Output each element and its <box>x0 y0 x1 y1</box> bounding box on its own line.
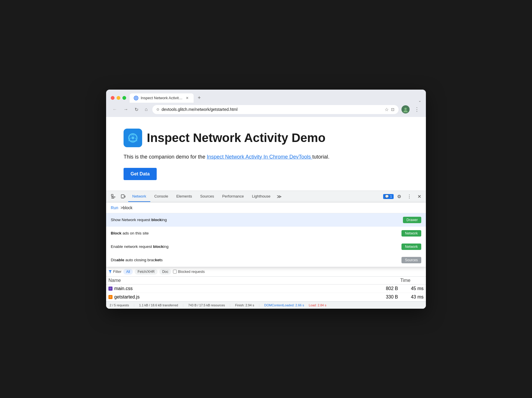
command-input[interactable] <box>121 205 421 210</box>
svg-point-7 <box>131 136 134 139</box>
active-tab[interactable]: Inspect Network Activity Dem ✕ <box>130 93 194 103</box>
tabs-area: Inspect Network Activity Dem ✕ + ⌄ <box>130 93 421 103</box>
command-result-4[interactable]: Disable auto closing brackets Sources <box>106 253 426 267</box>
transferred-size: 1.1 kB / 18.6 kB transferred <box>139 303 178 307</box>
network-table: Name Time ☑ main.css 802 B 45 ms ⊡ getst… <box>106 277 426 301</box>
command-result-2[interactable]: Block ads on this site Network <box>106 227 426 240</box>
traffic-lights <box>111 96 126 100</box>
tabs-chevron-icon: ⌄ <box>418 99 421 103</box>
blocked-requests-checkbox[interactable] <box>173 270 177 273</box>
close-button[interactable] <box>111 96 115 100</box>
network-filter-bar: Filter All Fetch/XHR Doc Blocked request… <box>106 267 426 277</box>
tab-lighthouse[interactable]: Lighthouse <box>248 191 275 202</box>
chrome-logo-icon <box>124 129 142 147</box>
command-result-2-badge: Network <box>401 230 421 237</box>
command-result-4-badge: Sources <box>401 257 421 263</box>
svg-rect-10 <box>111 198 114 198</box>
command-palette: Run Show Network request blocking Drawer… <box>106 202 426 267</box>
svg-point-3 <box>404 110 408 112</box>
network-table-header: Name Time <box>106 277 426 285</box>
address-bar-area: ← → ↻ ⌂ ⊙ devtools.glitch.me/network/get… <box>106 103 426 117</box>
command-result-3[interactable]: Enable network request blocking Network <box>106 240 426 253</box>
svg-rect-9 <box>111 197 115 197</box>
chrome-menu-button[interactable]: ⋮ <box>413 105 421 114</box>
command-result-4-text: Disable auto closing brackets <box>111 258 398 262</box>
back-button[interactable]: ← <box>111 106 119 113</box>
load-time: Load: 2.84 s <box>309 303 326 307</box>
bookmark-icon[interactable]: ☆ <box>385 107 389 112</box>
command-result-2-text: Block ads on this site <box>111 231 398 235</box>
page-header: Inspect Network Activity Demo <box>124 129 408 147</box>
command-result-1-text: Show Network request blocking <box>111 218 399 222</box>
forward-button[interactable]: → <box>122 106 130 113</box>
url-text: devtools.glitch.me/network/getstarted.ht… <box>162 107 382 112</box>
title-bar: Inspect Network Activity Dem ✕ + ⌄ <box>106 90 426 103</box>
js-file-icon: ⊡ <box>108 295 113 299</box>
command-result-3-text: Enable network request blocking <box>111 244 398 249</box>
refresh-button[interactable]: ↻ <box>133 106 140 113</box>
blocked-requests-label[interactable]: Blocked requests <box>173 270 205 274</box>
maximize-button[interactable] <box>122 96 126 100</box>
file-name-css: ☑ main.css <box>108 286 377 291</box>
profile-button[interactable] <box>401 105 410 113</box>
command-result-3-badge: Network <box>401 244 421 250</box>
svg-rect-8 <box>111 194 113 196</box>
devtools-tab-bar: Network Console Elements Sources Perform… <box>106 191 426 202</box>
run-label: Run <box>111 205 118 210</box>
requests-count: 2 / 5 requests <box>110 303 129 307</box>
command-result-1[interactable]: Show Network request blocking Drawer <box>106 213 426 227</box>
status-bar: 2 / 5 requests | 1.1 kB / 18.6 kB transf… <box>106 301 426 309</box>
file-name-js: ⊡ getstarted.js <box>108 294 377 300</box>
tab-network[interactable]: Network <box>128 191 150 202</box>
filter-all-chip[interactable]: All <box>123 269 133 275</box>
get-data-button[interactable]: Get Data <box>124 168 157 180</box>
extensions-icon[interactable]: ⊡ <box>391 107 394 112</box>
table-row[interactable]: ⊡ getstarted.js 330 B 43 ms <box>106 293 426 301</box>
device-toolbar-button[interactable] <box>118 191 128 202</box>
tab-console[interactable]: Console <box>150 191 172 202</box>
devtools-menu-button[interactable]: ⋮ <box>405 191 414 202</box>
svg-marker-14 <box>109 270 112 273</box>
css-file-icon: ☑ <box>108 287 113 291</box>
svg-rect-12 <box>125 196 125 198</box>
filter-funnel-icon <box>108 270 112 273</box>
tab-elements[interactable]: Elements <box>172 191 196 202</box>
network-toolbar: Run Show Network request blocking Drawer… <box>106 202 426 215</box>
chat-icon: 💬 <box>385 195 389 198</box>
devtools-panel: Network Console Elements Sources Perform… <box>106 191 426 309</box>
browser-window: Inspect Network Activity Dem ✕ + ⌄ ← → ↻… <box>106 90 426 309</box>
svg-point-2 <box>404 108 407 110</box>
tab-sources[interactable]: Sources <box>196 191 218 202</box>
page-title: Inspect Network Activity Demo <box>147 131 326 145</box>
filter-fetch-xhr-chip[interactable]: Fetch/XHR <box>135 269 158 275</box>
tab-favicon <box>134 96 138 100</box>
svg-point-13 <box>122 197 123 198</box>
home-button[interactable]: ⌂ <box>143 106 149 113</box>
new-tab-button[interactable]: + <box>195 93 204 103</box>
page-content: Inspect Network Activity Demo This is th… <box>106 117 426 191</box>
more-tabs-button[interactable]: ≫ <box>274 191 284 202</box>
dom-content-loaded: DOMContentLoaded: 2.66 s <box>264 303 304 307</box>
console-badge: 💬 1 <box>383 194 394 199</box>
inspect-element-button[interactable] <box>108 191 118 202</box>
description-suffix: tutorial. <box>312 154 329 160</box>
tab-close-button[interactable]: ✕ <box>185 96 190 100</box>
address-bar[interactable]: ⊙ devtools.glitch.me/network/getstarted.… <box>152 105 399 114</box>
page-description: This is the companion demo for the Inspe… <box>124 153 408 161</box>
devtools-settings-button[interactable]: ⚙ <box>395 191 404 202</box>
table-row[interactable]: ☑ main.css 802 B 45 ms <box>106 285 426 293</box>
filter-label: Filter <box>108 269 122 274</box>
devtools-close-button[interactable]: ✕ <box>415 191 424 202</box>
command-result-1-badge: Drawer <box>403 217 421 223</box>
svg-point-1 <box>135 97 137 99</box>
minimize-button[interactable] <box>117 96 120 100</box>
resources-size: 743 B / 17.5 kB resources <box>188 303 225 307</box>
devtools-right-icons: 💬 1 ⚙ ⋮ ✕ <box>383 191 424 202</box>
tab-performance[interactable]: Performance <box>218 191 248 202</box>
devtools-link[interactable]: Inspect Network Activity In Chrome DevTo… <box>207 154 312 160</box>
tab-title: Inspect Network Activity Dem <box>141 96 183 100</box>
finish-time: Finish: 2.94 s <box>235 303 254 307</box>
filter-doc-chip[interactable]: Doc <box>159 269 171 275</box>
description-prefix: This is the companion demo for the <box>124 154 207 160</box>
command-input-row: Run <box>106 202 426 213</box>
